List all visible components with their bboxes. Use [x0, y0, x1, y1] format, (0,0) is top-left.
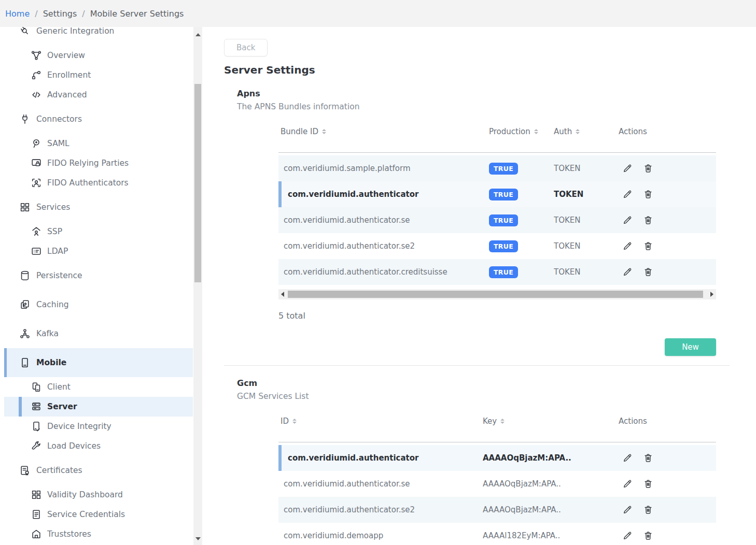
edit-button[interactable] — [621, 503, 634, 517]
sidebar-item-device-integrity[interactable]: Device Integrity — [4, 417, 193, 436]
delete-button[interactable] — [641, 239, 655, 253]
production-cell: TRUE — [489, 266, 554, 278]
sidebar-item-caching[interactable]: Caching — [4, 290, 193, 319]
sidebar-item-generic-integration[interactable]: Generic Integration — [4, 27, 193, 46]
gcm-table-row[interactable]: com.veridiumid.demoappAAAAl182EyM:APA.. — [278, 523, 716, 545]
trash-icon — [643, 457, 653, 465]
gcm-id-cell: com.veridiumid.authenticator — [278, 453, 483, 463]
breadcrumb-home-link[interactable]: Home — [5, 9, 30, 19]
apns-table-row[interactable]: com.veridiumid.authenticator.creditsuiss… — [278, 259, 716, 285]
gcm-table-row[interactable]: com.veridiumid.authenticatorAAAAOqBjazM:… — [278, 445, 716, 471]
sidebar-item-fido-authenticators[interactable]: FIDO Authenticators — [4, 173, 193, 193]
sort-icon — [576, 129, 580, 134]
sidebar-item-service-credentials[interactable]: Service Credentials — [4, 505, 193, 524]
gcm-table-row[interactable]: com.veridiumid.authenticator.seAAAAOqBja… — [278, 471, 716, 497]
delete-button[interactable] — [641, 265, 655, 279]
column-header-actions: Actions — [619, 417, 716, 426]
sidebar-item-label: Advanced — [47, 90, 87, 99]
sidebar-item-label: SSP — [47, 227, 62, 236]
apns-table-row[interactable]: com.veridiumid.authenticator.se2TRUETOKE… — [278, 233, 716, 259]
sidebar-item-validity-dashboard[interactable]: Validity Dashboard — [4, 485, 193, 505]
gcm-id-cell: com.veridiumid.authenticator.se2 — [278, 505, 483, 514]
sidebar-item-load-devices[interactable]: Load Devices — [4, 436, 193, 456]
sidebar-item-certificates[interactable]: Certificates — [4, 456, 193, 485]
sidebar-scrollbar[interactable] — [193, 27, 202, 545]
production-cell: TRUE — [489, 189, 554, 200]
sidebar-item-ldap[interactable]: LDAP — [4, 241, 193, 261]
pencil-icon — [622, 193, 633, 201]
auth-cell: TOKEN — [554, 190, 619, 199]
column-header-production[interactable]: Production — [489, 127, 554, 136]
apns-table-row[interactable]: com.veridiumid.authenticator.seTRUETOKEN — [278, 207, 716, 233]
gcm-table-row[interactable]: com.veridiumid.authenticator.se2AAAAOqBj… — [278, 497, 716, 523]
edit-button[interactable] — [621, 451, 634, 465]
delete-button[interactable] — [641, 213, 655, 227]
delete-button[interactable] — [641, 451, 655, 465]
sidebar-item-label: Services — [36, 203, 70, 212]
apns-table-row[interactable]: com.veridiumid.authenticatorTRUETOKEN — [278, 181, 716, 207]
edit-button[interactable] — [621, 529, 634, 542]
sidebar-scrollbar-thumb[interactable] — [194, 84, 201, 282]
sidebar-item-label: Enrollment — [47, 70, 91, 80]
sort-icon — [322, 129, 326, 134]
apns-horizontal-scrollbar[interactable] — [278, 289, 716, 299]
delete-button[interactable] — [641, 162, 655, 175]
column-header-key[interactable]: Key — [483, 417, 619, 426]
edit-button[interactable] — [621, 265, 634, 279]
main-content: Back Server Settings Apns The APNS Bundl… — [224, 27, 756, 545]
breadcrumb-settings[interactable]: Settings — [43, 9, 77, 19]
sidebar-item-ssp[interactable]: SSP — [4, 222, 193, 241]
edit-button[interactable] — [621, 162, 634, 175]
apns-subtitle: The APNS Bundles information — [237, 102, 756, 111]
scroll-left-arrow-icon[interactable] — [278, 289, 287, 299]
column-header-label: Bundle ID — [281, 127, 318, 136]
sidebar-item-enrollment[interactable]: Enrollment — [4, 65, 193, 85]
sidebar-item-fido-relying-parties[interactable]: FIDO Relying Parties — [4, 153, 193, 173]
scroll-right-arrow-icon[interactable] — [708, 289, 716, 299]
delete-button[interactable] — [641, 477, 655, 491]
sidebar-item-truststores[interactable]: Truststores — [4, 524, 193, 544]
edit-button[interactable] — [621, 188, 634, 201]
code-icon — [30, 89, 43, 101]
section-divider — [224, 365, 730, 366]
edit-button[interactable] — [621, 239, 634, 253]
new-button[interactable]: New — [665, 338, 716, 356]
delete-button[interactable] — [641, 188, 655, 201]
sidebar-item-client[interactable]: Client — [4, 377, 193, 397]
sidebar-item-advanced[interactable]: Advanced — [4, 85, 193, 105]
sidebar-item-server[interactable]: Server — [4, 397, 193, 417]
sidebar-item-overview[interactable]: Overview — [4, 46, 193, 65]
sidebar-item-label: Kafka — [36, 329, 59, 338]
apns-table-row[interactable]: com.veridiumid.sample.platformTRUETOKEN — [278, 155, 716, 181]
apns-table: Bundle IDProductionAuthActions com.verid… — [278, 121, 716, 299]
production-badge: TRUE — [489, 240, 518, 252]
production-badge: TRUE — [489, 266, 518, 278]
trash-icon — [643, 193, 653, 201]
scroll-down-arrow-icon[interactable] — [193, 534, 202, 543]
sidebar-item-label: Generic Integration — [36, 27, 114, 36]
production-cell: TRUE — [489, 214, 554, 226]
edit-button[interactable] — [621, 477, 634, 491]
sidebar-item-connectors[interactable]: Connectors — [4, 105, 193, 134]
sidebar-item-label: Connectors — [36, 114, 82, 124]
sidebar-item-saml[interactable]: SAML — [4, 134, 193, 153]
bundle-id-cell: com.veridiumid.authenticator.se2 — [278, 241, 489, 251]
row-actions — [619, 162, 716, 175]
edit-button[interactable] — [621, 213, 634, 227]
sidebar-item-mobile[interactable]: Mobile — [4, 348, 193, 377]
breadcrumb-separator: / — [35, 9, 37, 19]
sidebar-item-services[interactable]: Services — [4, 193, 193, 222]
scroll-up-arrow-icon[interactable] — [193, 30, 202, 39]
column-header-bundle-id[interactable]: Bundle ID — [278, 127, 489, 136]
back-button[interactable]: Back — [224, 39, 268, 56]
gcm-id-cell: com.veridiumid.authenticator.se — [278, 479, 483, 489]
grid-icon — [19, 201, 31, 213]
sidebar-item-persistence[interactable]: Persistence — [4, 261, 193, 290]
delete-button[interactable] — [641, 529, 655, 542]
delete-button[interactable] — [641, 503, 655, 517]
sidebar-item-kafka[interactable]: Kafka — [4, 319, 193, 348]
horizontal-scrollbar-thumb[interactable] — [288, 291, 703, 298]
grid-icon — [30, 489, 43, 501]
column-header-auth[interactable]: Auth — [554, 127, 619, 136]
column-header-id[interactable]: ID — [278, 417, 483, 426]
